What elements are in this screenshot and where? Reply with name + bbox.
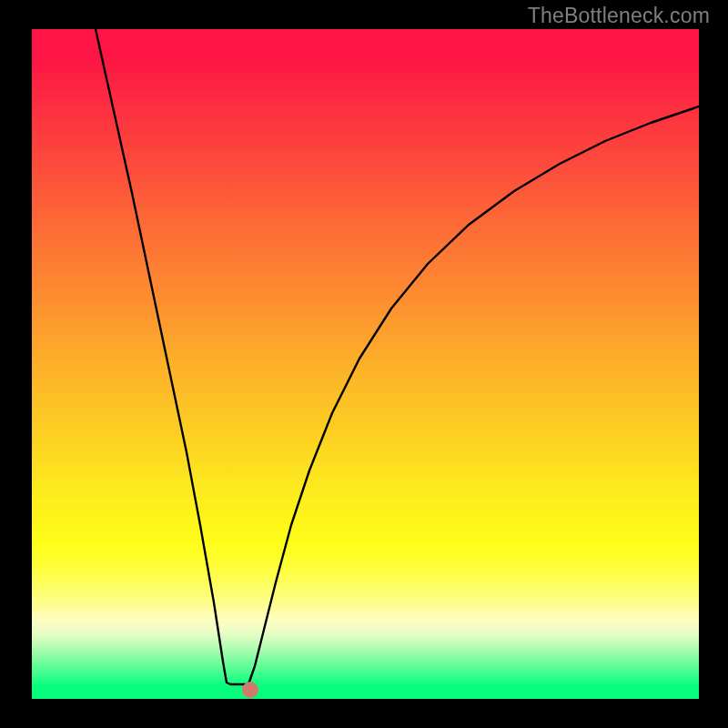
marker-dot — [242, 682, 258, 698]
chart-container: TheBottleneck.com — [0, 0, 728, 728]
bottleneck-curve — [96, 29, 699, 684]
watermark-text: TheBottleneck.com — [528, 4, 710, 28]
curve-svg — [32, 29, 699, 699]
plot-area — [32, 29, 699, 699]
